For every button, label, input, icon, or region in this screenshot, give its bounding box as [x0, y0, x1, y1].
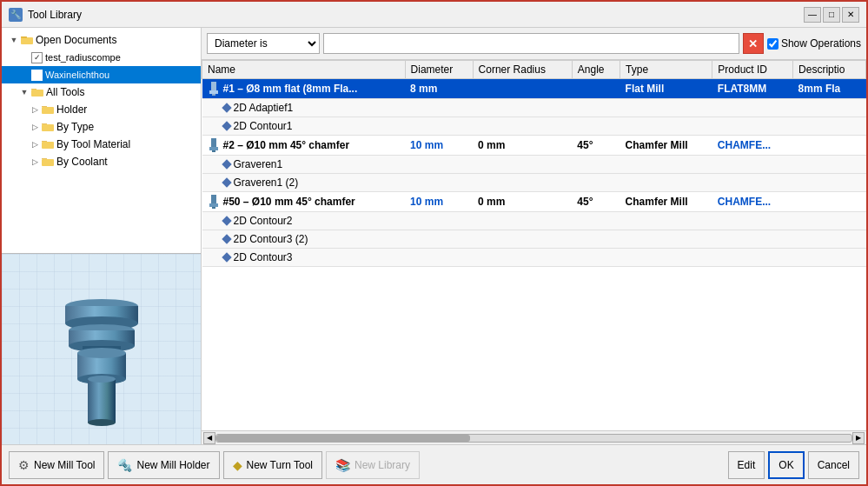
op-type: [620, 117, 712, 136]
sidebar-item-open-documents[interactable]: ▼ Open Documents: [2, 31, 201, 49]
new-library-button[interactable]: 📚 New Library: [326, 451, 420, 479]
scroll-left-arrow[interactable]: ◀: [203, 432, 215, 444]
svg-rect-27: [209, 90, 218, 94]
expand-icon: ▼: [9, 35, 19, 45]
table-row[interactable]: 2D Contour1: [202, 117, 866, 136]
op-product-id: [712, 249, 793, 267]
col-angle[interactable]: Angle: [572, 61, 620, 79]
svg-rect-3: [31, 89, 36, 90]
tool-description-cell: [793, 136, 866, 156]
sidebar-item-all-tools[interactable]: ▼ All Tools: [2, 83, 201, 101]
op-diameter: [405, 99, 473, 117]
window-controls: — □ ✕: [804, 7, 859, 23]
tool-diameter-cell: 10 mm: [405, 192, 473, 212]
svg-rect-12: [42, 159, 54, 166]
minimize-button[interactable]: —: [804, 7, 821, 23]
sidebar-item-waxine[interactable]: ✓ Waxinelichthou: [2, 66, 201, 83]
table-row[interactable]: 2D Adaptief1: [202, 99, 866, 117]
operation-name-cell: 2D Adaptief1: [202, 99, 406, 117]
filter-input[interactable]: [323, 33, 739, 54]
ok-button[interactable]: OK: [768, 451, 804, 479]
table-row[interactable]: Graveren1: [202, 156, 866, 174]
col-diameter[interactable]: Diameter: [405, 61, 473, 79]
scroll-right-arrow[interactable]: ▶: [852, 432, 865, 444]
tool-type-cell: Flat Mill: [620, 79, 712, 99]
svg-rect-5: [42, 106, 47, 107]
all-tools-expand: ▼: [19, 87, 30, 97]
col-product-id[interactable]: Product ID: [712, 61, 793, 79]
op-type: [620, 174, 712, 192]
by-coolant-expand: ▷: [30, 156, 40, 167]
op-angle: [572, 99, 620, 117]
sidebar-item-test-radius[interactable]: ✓ test_radiuscompe: [2, 49, 201, 66]
new-turn-tool-button[interactable]: ◆ New Turn Tool: [223, 451, 322, 479]
cancel-button[interactable]: Cancel: [808, 451, 859, 479]
show-operations-checkbox[interactable]: [767, 38, 779, 50]
tool-3d-preview: [50, 271, 154, 428]
by-type-expand: ▷: [30, 122, 40, 132]
svg-rect-11: [42, 158, 47, 159]
horizontal-scrollbar: ◀ ▶: [202, 430, 866, 444]
edit-button[interactable]: Edit: [728, 451, 765, 479]
new-mill-holder-button[interactable]: 🔩 New Mill Holder: [108, 451, 219, 479]
show-operations-label[interactable]: Show Operations: [767, 37, 861, 50]
tool-angle-cell: 45°: [572, 136, 620, 156]
col-description[interactable]: Descriptio: [793, 61, 866, 79]
sidebar-item-by-coolant[interactable]: ▷ By Coolant: [2, 153, 201, 170]
table-row[interactable]: #50 – Ø10 mm 45° chamfer 10 mm 0 mm 45° …: [202, 192, 866, 212]
op-corner-radius: [473, 230, 572, 249]
diamond-shape: [222, 234, 231, 243]
op-diameter: [405, 117, 473, 136]
hscrollbar-track[interactable]: [215, 434, 852, 443]
bottom-bar: ⚙ New Mill Tool 🔩 New Mill Holder ◆ New …: [2, 444, 866, 484]
holder-expand: ▷: [30, 104, 40, 115]
hscrollbar-thumb: [216, 435, 470, 442]
tool-product-id-cell: FLAT8MM: [712, 79, 793, 99]
table-row[interactable]: Graveren1 (2): [202, 174, 866, 192]
sidebar-item-by-type[interactable]: ▷ By Type: [2, 118, 201, 136]
op-product-id: [712, 99, 793, 117]
operation-name-cell: 2D Contour2: [202, 212, 406, 230]
operation-name-cell: Graveren1: [202, 156, 406, 174]
filter-select[interactable]: Diameter is: [207, 33, 320, 54]
table-row[interactable]: #2 – Ø10 mm 45° chamfer 10 mm 0 mm 45° C…: [202, 136, 866, 156]
checkbox-waxine[interactable]: ✓: [31, 70, 43, 81]
op-diameter: [405, 249, 473, 267]
close-button[interactable]: ✕: [842, 7, 859, 23]
open-documents-label: Open Documents: [36, 34, 116, 46]
by-type-label: By Type: [56, 121, 94, 133]
clear-filter-button[interactable]: ✕: [743, 33, 764, 54]
maximize-button[interactable]: □: [823, 7, 840, 23]
table-row[interactable]: 2D Contour2: [202, 212, 866, 230]
table-row[interactable]: 2D Contour3: [202, 249, 866, 267]
table-row[interactable]: 2D Contour3 (2): [202, 230, 866, 249]
all-tools-label: All Tools: [46, 86, 84, 98]
expand-spacer2: [19, 70, 30, 80]
op-diameter: [405, 212, 473, 230]
op-description: [793, 156, 866, 174]
op-type: [620, 156, 712, 174]
col-corner-radius[interactable]: Corner Radius: [473, 61, 572, 79]
turn-tool-icon: ◆: [233, 458, 242, 472]
tool-row-icon: [208, 82, 220, 96]
op-angle: [572, 117, 620, 136]
tool-description-cell: [793, 192, 866, 212]
by-material-expand: ▷: [30, 139, 40, 150]
op-description: [793, 212, 866, 230]
sidebar-item-by-tool-material[interactable]: ▷ By Tool Material: [2, 136, 201, 153]
new-mill-tool-button[interactable]: ⚙ New Mill Tool: [9, 451, 104, 479]
table-row[interactable]: #1 – Ø8 mm flat (8mm Fla... 8 mm Flat Mi…: [202, 79, 866, 99]
svg-rect-6: [42, 107, 54, 114]
sidebar-item-holder[interactable]: ▷ Holder: [2, 101, 201, 118]
titlebar: 🔧 Tool Library — □ ✕: [2, 2, 866, 28]
operation-name-cell: 2D Contour3: [202, 249, 406, 267]
window-title: Tool Library: [28, 9, 82, 21]
op-angle: [572, 249, 620, 267]
checkbox-test-radius[interactable]: ✓: [31, 52, 43, 63]
diamond-shape: [222, 252, 231, 262]
svg-rect-34: [212, 207, 215, 209]
col-name[interactable]: Name: [202, 61, 406, 79]
op-corner-radius: [473, 249, 572, 267]
col-type[interactable]: Type: [620, 61, 712, 79]
tool-preview: [2, 253, 201, 444]
